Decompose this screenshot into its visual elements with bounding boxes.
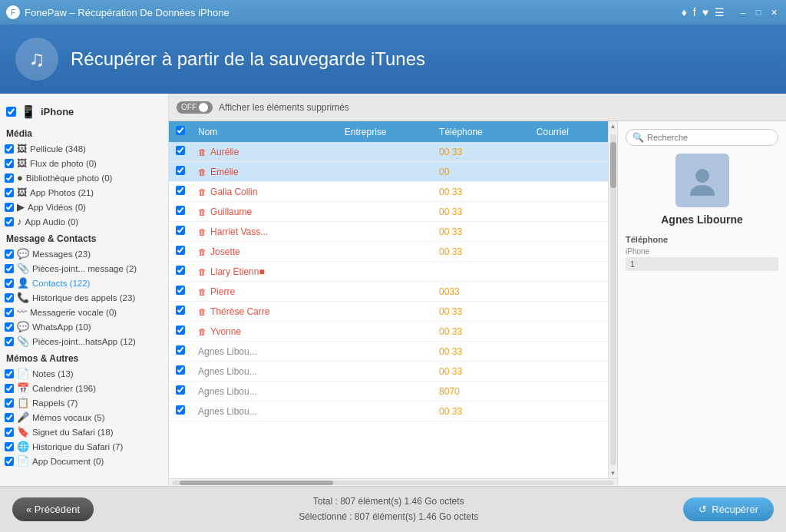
table-row[interactable]: Agnes Libou...8070 [169, 382, 608, 401]
table-row[interactable]: 🗑 Yvonne00 33 [169, 322, 608, 342]
table-row[interactable]: 🗑 Harriet Vass...00 33 [169, 222, 608, 242]
table-row[interactable]: Agnes Libou...00 33 [169, 362, 608, 382]
sidebar-item-flux[interactable]: 🖼 Flux de photo (0) [0, 156, 168, 170]
minimize-button[interactable]: – [737, 6, 749, 18]
row-checkbox[interactable] [176, 306, 185, 315]
sidebar-item-signet[interactable]: 🔖 Signet du Safari (18) [0, 425, 168, 439]
hist-safari-checkbox[interactable] [5, 442, 14, 451]
row-checkbox-cell[interactable] [169, 262, 192, 282]
notes-checkbox[interactable] [5, 369, 14, 378]
sidebar-item-historique-safari[interactable]: 🌐 Historique du Safari (7) [0, 439, 168, 454]
row-checkbox[interactable] [176, 286, 185, 295]
row-checkbox[interactable] [176, 266, 185, 275]
titlebar-controls[interactable]: – □ ✕ [737, 6, 780, 18]
sidebar-item-app-videos[interactable]: ▶ App Vidéos (0) [0, 200, 168, 214]
row-name-cell[interactable]: Agnes Libou... [192, 342, 339, 362]
scrollbar-thumb[interactable] [610, 142, 616, 188]
row-checkbox[interactable] [176, 365, 185, 375]
row-checkbox-cell[interactable] [169, 362, 192, 382]
vertical-scrollbar[interactable]: ▲ ▼ [608, 121, 617, 478]
sidebar-iphone-item[interactable]: 📱 iPhone [0, 100, 168, 124]
messages-checkbox[interactable] [5, 249, 14, 259]
sidebar-item-pieces-whatsapp[interactable]: 📎 Pièces-joint...hatsApp (12) [0, 334, 168, 349]
row-checkbox[interactable] [176, 345, 185, 355]
row-name-cell[interactable]: 🗑 Guillaume [192, 202, 339, 222]
table-row[interactable]: Agnes Libou...00 33 [169, 401, 608, 421]
table-row[interactable]: 🗑 Thérèse Carre00 33 [169, 302, 608, 322]
row-checkbox-cell[interactable] [169, 202, 192, 222]
close-button[interactable]: ✕ [768, 6, 780, 18]
sidebar-item-whatsapp[interactable]: 💬 WhatsApp (10) [0, 319, 168, 334]
search-input[interactable] [647, 133, 771, 142]
msg-vocale-checkbox[interactable] [5, 308, 14, 317]
app-audio-checkbox[interactable] [5, 217, 14, 226]
row-name-cell[interactable]: 🗑 Thérèse Carre [192, 302, 339, 322]
signet-checkbox[interactable] [5, 428, 14, 437]
app-photos-checkbox[interactable] [5, 188, 14, 197]
row-checkbox-cell[interactable] [169, 401, 192, 421]
sidebar-item-biblio[interactable]: ● Bibliothèque photo (0) [0, 170, 168, 185]
row-name-cell[interactable]: 🗑 Llary Etienn■ [192, 262, 339, 282]
sidebar-item-historique-appels[interactable]: 📞 Historique des appels (23) [0, 290, 168, 305]
sidebar-item-rappels[interactable]: 📋 Rappels (7) [0, 395, 168, 410]
scroll-up-arrow[interactable]: ▲ [609, 121, 617, 131]
recover-button[interactable]: ↺ Récupérer [683, 497, 774, 521]
select-all-checkbox[interactable] [176, 126, 185, 135]
h-scrollbar-track[interactable] [172, 481, 614, 485]
row-checkbox[interactable] [176, 186, 185, 195]
row-checkbox[interactable] [176, 146, 185, 155]
sidebar-item-pellicule[interactable]: 🖼 Pellicule (348) [0, 141, 168, 156]
table-row[interactable]: 🗑 Guillaume00 33 [169, 202, 608, 222]
pellicule-checkbox[interactable] [5, 144, 14, 154]
app-videos-checkbox[interactable] [5, 203, 14, 212]
sidebar-item-app-audio[interactable]: ♪ App Audio (0) [0, 214, 168, 229]
search-box[interactable]: 🔍 [626, 129, 778, 146]
row-checkbox-cell[interactable] [169, 342, 192, 362]
row-checkbox-cell[interactable] [169, 162, 192, 182]
sidebar-item-contacts[interactable]: 👤 Contacts (122) [0, 276, 168, 290]
row-checkbox-cell[interactable] [169, 182, 192, 202]
iphone-checkbox[interactable] [6, 107, 16, 117]
row-checkbox-cell[interactable] [169, 302, 192, 322]
row-name-cell[interactable]: Agnes Libou... [192, 362, 339, 382]
h-scrollbar-thumb[interactable] [180, 481, 333, 485]
horizontal-scrollbar[interactable] [169, 478, 617, 486]
row-name-cell[interactable]: 🗑 Aurélie [192, 142, 339, 162]
row-checkbox[interactable] [176, 206, 185, 215]
app-doc-checkbox[interactable] [5, 457, 14, 466]
row-checkbox[interactable] [176, 325, 185, 335]
table-row[interactable]: 🗑 Emélie00 [169, 162, 608, 182]
row-checkbox[interactable] [176, 226, 185, 235]
row-checkbox-cell[interactable] [169, 322, 192, 342]
row-checkbox-cell[interactable] [169, 282, 192, 302]
contacts-checkbox[interactable] [5, 279, 14, 288]
row-name-cell[interactable]: 🗑 Harriet Vass... [192, 222, 339, 242]
sidebar-item-messages[interactable]: 💬 Messages (23) [0, 246, 168, 261]
row-name-cell[interactable]: 🗑 Pierre [192, 282, 339, 302]
row-checkbox-cell[interactable] [169, 382, 192, 401]
back-button[interactable]: « Précédent [12, 497, 94, 521]
sidebar-item-calendrier[interactable]: 📅 Calendrier (196) [0, 381, 168, 395]
hist-appels-checkbox[interactable] [5, 293, 14, 302]
sidebar-item-pieces-message[interactable]: 📎 Pièces-joint... message (2) [0, 261, 168, 276]
row-checkbox-cell[interactable] [169, 242, 192, 262]
whatsapp-checkbox[interactable] [5, 322, 14, 332]
maximize-button[interactable]: □ [752, 6, 765, 18]
pieces-whatsapp-checkbox[interactable] [5, 337, 14, 346]
sidebar-item-app-photos[interactable]: 🖼 App Photos (21) [0, 185, 168, 200]
row-name-cell[interactable]: 🗑 Emélie [192, 162, 339, 182]
flux-checkbox[interactable] [5, 159, 14, 168]
pieces-message-checkbox[interactable] [5, 264, 14, 273]
toggle-deleted-switch[interactable]: OFF [177, 101, 213, 114]
biblio-checkbox[interactable] [5, 173, 14, 183]
row-checkbox-cell[interactable] [169, 222, 192, 242]
row-checkbox[interactable] [176, 405, 185, 415]
table-row[interactable]: 🗑 Aurélie00 33 [169, 142, 608, 162]
sidebar-item-messagerie-vocale[interactable]: 〰 Messagerie vocale (0) [0, 305, 168, 319]
table-row[interactable]: 🗑 Llary Etienn■ [169, 262, 608, 282]
row-checkbox[interactable] [176, 385, 185, 395]
row-name-cell[interactable]: 🗑 Galia Collin [192, 182, 339, 202]
row-checkbox[interactable] [176, 246, 185, 255]
calendrier-checkbox[interactable] [5, 384, 14, 393]
sidebar-item-app-document[interactable]: 📄 App Document (0) [0, 454, 168, 468]
